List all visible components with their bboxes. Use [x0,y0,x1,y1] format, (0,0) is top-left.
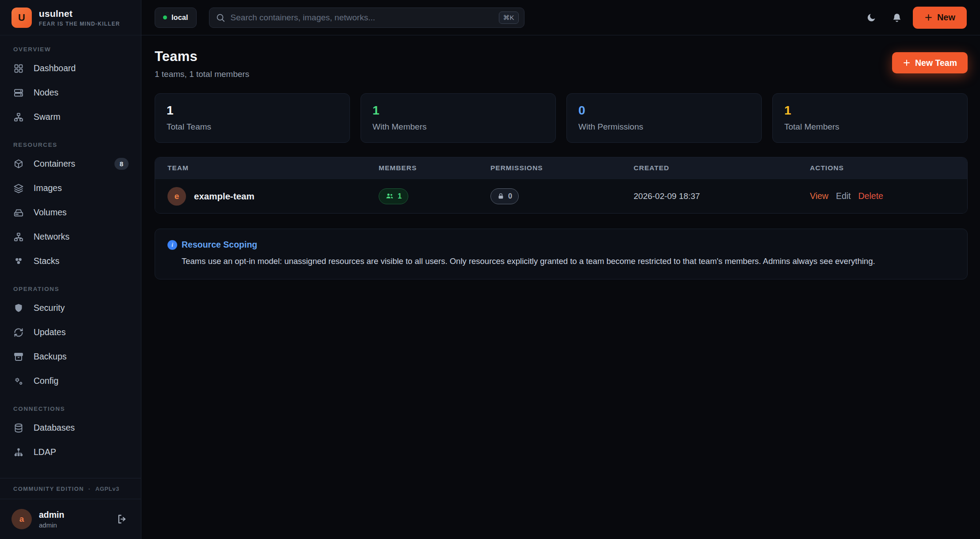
edition-bar: COMMUNITY EDITION · AGPLv3 [0,478,141,499]
edit-action-link[interactable]: Edit [836,191,851,201]
brand-logo: U [11,8,32,28]
brand: U usulnet FEAR IS THE MIND-KILLER [0,0,141,35]
environment-selector[interactable]: local [155,8,197,28]
shortcut-badge: ⌘K [499,11,519,24]
sidebar-item-label: Databases [34,423,75,433]
section-label-connections: CONNECTIONS [13,405,141,412]
cube-icon [13,159,24,169]
tree-icon [13,447,24,458]
column-header-permissions: PERMISSIONS [490,164,634,172]
resource-scoping-banner: i Resource Scoping Teams use an opt-in m… [155,229,968,279]
page-subtitle: 1 teams, 1 total members [155,69,249,79]
sidebar-item-label: Swarm [34,112,61,122]
sidebar-item-stacks[interactable]: Stacks [0,249,141,273]
column-header-actions: ACTIONS [810,164,967,172]
info-icon: i [167,240,177,250]
notifications-button[interactable] [887,8,907,27]
sidebar-item-updates[interactable]: Updates [0,320,141,344]
env-label: local [171,13,188,22]
search-input[interactable] [231,13,494,23]
server-icon [13,88,24,98]
permissions-count-badge: 0 [490,188,519,204]
sidebar-item-nodes[interactable]: Nodes [0,80,141,105]
global-search[interactable]: ⌘K [209,8,524,28]
sidebar-nav: OVERVIEW Dashboard Nodes Swarm RESOURCES… [0,35,141,478]
lock-icon [497,192,505,200]
created-timestamp: 2026-02-09 18:37 [634,191,700,201]
view-action-link[interactable]: View [810,191,828,201]
delete-action-link[interactable]: Delete [858,191,883,201]
sidebar-item-volumes[interactable]: Volumes [0,200,141,225]
stat-value: 1 [167,103,338,118]
stats-row: 1 Total Teams 1 With Members 0 With Perm… [155,93,968,143]
sidebar: U usulnet FEAR IS THE MIND-KILLER OVERVI… [0,0,141,539]
sidebar-item-databases[interactable]: Databases [0,416,141,440]
containers-count-badge: 8 [114,158,129,170]
column-header-members: MEMBERS [379,164,490,172]
edition-label: COMMUNITY EDITION [13,485,84,492]
new-button[interactable]: New [913,7,967,29]
sidebar-item-config[interactable]: Config [0,369,141,393]
gears-icon [13,376,24,386]
env-status-dot [163,15,167,19]
hierarchy-icon [13,112,24,122]
brand-tagline: FEAR IS THE MIND-KILLER [39,21,120,27]
page-title: Teams [155,49,249,65]
circle-cluster-icon [13,256,24,267]
stat-value: 0 [578,103,750,118]
topbar: local ⌘K New [141,0,980,35]
user-menu[interactable]: a admin admin [0,499,141,539]
sidebar-item-swarm[interactable]: Swarm [0,105,141,129]
stat-card-total-teams: 1 Total Teams [155,93,350,143]
license-label: AGPLv3 [95,485,119,492]
permissions-count: 0 [508,192,512,200]
bell-icon [892,12,902,23]
user-avatar: a [11,509,32,529]
stat-label: With Permissions [578,122,750,132]
user-name: admin [39,510,64,520]
sidebar-item-label: Networks [34,232,69,242]
sidebar-item-label: Volumes [34,207,67,218]
members-count-badge: 1 [379,188,408,204]
stat-card-with-members: 1 With Members [361,93,556,143]
plus-icon [924,13,933,22]
new-button-label: New [937,12,955,23]
table-row: e example-team 1 0 2026-02-09 18 [155,179,967,213]
logout-icon[interactable] [116,513,128,525]
sidebar-item-networks[interactable]: Networks [0,225,141,249]
dashboard-icon [13,63,24,74]
sidebar-item-label: Backups [34,352,67,362]
new-team-button[interactable]: New Team [892,52,968,73]
section-label-operations: OPERATIONS [13,286,141,292]
info-banner-title: Resource Scoping [182,240,257,250]
sidebar-item-images[interactable]: Images [0,176,141,200]
main-area: local ⌘K New Teams 1 teams, 1 total memb… [141,0,980,539]
sidebar-item-ldap[interactable]: LDAP [0,440,141,464]
users-icon [385,192,394,201]
sidebar-item-label: Updates [34,327,66,337]
plus-icon [903,59,911,67]
team-name: example-team [194,191,254,202]
user-role: admin [39,521,64,529]
hard-drive-icon [13,207,24,218]
sidebar-item-label: Nodes [34,88,58,98]
sidebar-item-label: Security [34,303,65,313]
sidebar-item-label: LDAP [34,447,56,457]
layers-icon [13,183,24,194]
sidebar-item-label: Containers [34,159,75,169]
team-avatar: e [167,187,186,206]
sidebar-item-dashboard[interactable]: Dashboard [0,56,141,80]
sidebar-item-containers[interactable]: Containers 8 [0,152,141,176]
edition-separator: · [88,485,91,492]
stat-value: 1 [784,103,956,118]
new-team-button-label: New Team [915,58,957,68]
sidebar-item-security[interactable]: Security [0,296,141,320]
sidebar-item-label: Dashboard [34,63,76,73]
sidebar-item-label: Images [34,183,62,193]
sidebar-item-backups[interactable]: Backups [0,344,141,369]
refresh-icon [13,327,24,338]
section-label-overview: OVERVIEW [13,46,141,53]
theme-toggle-button[interactable] [862,8,881,27]
stat-card-with-permissions: 0 With Permissions [566,93,762,143]
stat-label: With Members [372,122,544,132]
